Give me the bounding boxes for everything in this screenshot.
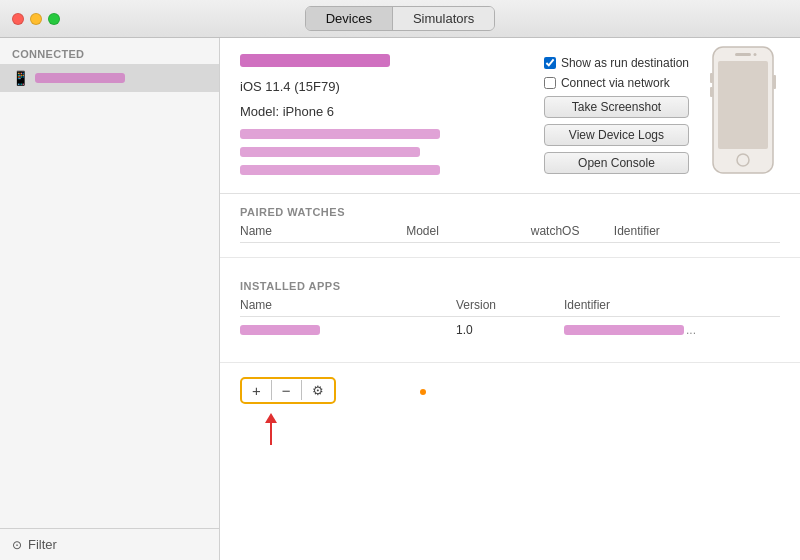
iphone-illustration <box>709 45 777 175</box>
app-identifier-redacted <box>564 325 684 335</box>
model-text: Model: iPhone 6 <box>240 102 528 123</box>
device-name-bar <box>35 73 125 83</box>
connect-via-network-label: Connect via network <box>561 76 670 90</box>
tab-group: Devices Simulators <box>305 6 496 31</box>
app-identifier-cell: ... <box>564 323 780 338</box>
app-name-redacted <box>240 325 320 335</box>
open-console-button[interactable]: Open Console <box>544 152 689 174</box>
toolbar-btn-group: + − ⚙ <box>240 377 336 404</box>
filter-icon: ⊙ <box>12 538 22 552</box>
ios-version-text: iOS 11.4 (15F79) <box>240 77 528 98</box>
close-button[interactable] <box>12 13 24 25</box>
tab-simulators[interactable]: Simulators <box>393 7 494 30</box>
phone-icon: 📱 <box>12 70 29 86</box>
maximize-button[interactable] <box>48 13 60 25</box>
arrow-shaft <box>270 423 272 445</box>
take-screenshot-button[interactable]: Take Screenshot <box>544 96 689 118</box>
tab-devices[interactable]: Devices <box>306 7 393 30</box>
sidebar-section-label: Connected <box>0 38 219 64</box>
sidebar-device-item[interactable]: 📱 <box>0 64 219 92</box>
main-layout: Connected 📱 ⊙ Filter iOS 11.4 (15F79) Mo… <box>0 38 800 560</box>
device-info-middle: Show as run destination Connect via netw… <box>544 54 689 177</box>
titlebar: Devices Simulators <box>0 0 800 38</box>
device-info-left: iOS 11.4 (15F79) Model: iPhone 6 <box>240 54 528 177</box>
app-version-cell: 1.0 <box>456 323 564 337</box>
info-bar-2 <box>240 147 420 157</box>
section-divider-2 <box>220 362 800 363</box>
pw-col-identifier: Identifier <box>614 224 780 238</box>
content-area: iOS 11.4 (15F79) Model: iPhone 6 Show as… <box>220 38 800 560</box>
paired-watches-section: PAIRED WATCHES Name Model watchOS Identi… <box>220 194 800 245</box>
ia-col-version: Version <box>456 298 564 312</box>
svg-rect-5 <box>773 75 776 89</box>
show-run-destination-checkbox[interactable] <box>544 57 556 69</box>
paired-watches-header: Name Model watchOS Identifier <box>240 224 780 243</box>
orange-dot <box>420 389 426 395</box>
view-device-logs-button[interactable]: View Device Logs <box>544 124 689 146</box>
connect-via-network-row: Connect via network <box>544 76 689 90</box>
connect-via-network-checkbox[interactable] <box>544 77 556 89</box>
svg-point-4 <box>753 53 756 56</box>
section-divider <box>220 257 800 258</box>
svg-rect-1 <box>718 61 768 149</box>
svg-rect-6 <box>710 73 713 83</box>
filter-label[interactable]: Filter <box>28 537 57 552</box>
device-name-redacted <box>240 54 390 67</box>
app-name-cell <box>240 325 456 335</box>
minimize-button[interactable] <box>30 13 42 25</box>
info-bar-3 <box>240 165 440 175</box>
installed-apps-header: Name Version Identifier <box>240 298 780 317</box>
pw-col-watchos: watchOS <box>531 224 614 238</box>
installed-apps-title: INSTALLED APPS <box>240 280 780 292</box>
ia-col-name: Name <box>240 298 456 312</box>
ia-col-identifier: Identifier <box>564 298 780 312</box>
paired-watches-title: PAIRED WATCHES <box>240 206 780 218</box>
traffic-lights <box>12 13 60 25</box>
phone-image <box>705 54 780 177</box>
device-info-section: iOS 11.4 (15F79) Model: iPhone 6 Show as… <box>220 38 800 194</box>
show-run-destination-row: Show as run destination <box>544 56 689 70</box>
installed-apps-section: INSTALLED APPS Name Version Identifier 1… <box>220 268 800 342</box>
table-row: 1.0 ... <box>240 319 780 342</box>
add-app-button[interactable]: + <box>242 379 271 402</box>
gear-button[interactable]: ⚙ <box>302 380 334 401</box>
sidebar: Connected 📱 ⊙ Filter <box>0 38 220 560</box>
sidebar-footer: ⊙ Filter <box>0 528 219 560</box>
bottom-toolbar: + − ⚙ <box>220 371 800 410</box>
svg-rect-7 <box>710 87 713 97</box>
show-run-destination-label: Show as run destination <box>561 56 689 70</box>
arrow-indicator <box>265 413 277 445</box>
info-bar-1 <box>240 129 440 139</box>
pw-col-name: Name <box>240 224 406 238</box>
remove-app-button[interactable]: − <box>272 379 301 402</box>
arrow-head <box>265 413 277 423</box>
svg-rect-3 <box>735 53 751 56</box>
pw-col-model: Model <box>406 224 531 238</box>
